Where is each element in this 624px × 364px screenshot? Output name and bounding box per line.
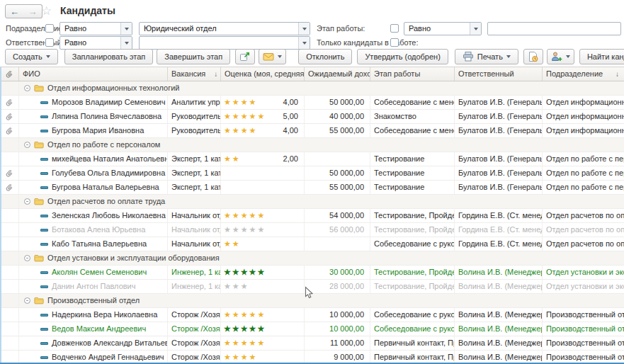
responsible-cell[interactable]: Волина И.В. (Менеджер по пе... [455,336,543,350]
vacancy-cell[interactable]: Сторож /Хозяйс... [168,336,221,350]
stage-cell[interactable]: Тестирование, Пройден, 2... [370,223,455,237]
department-cell[interactable]: Отдел установки и эксплуатац... [543,280,624,293]
rating-cell[interactable]: ★★★★★ [221,223,305,237]
candidate-name-cell[interactable]: Ботакова Алена Юрьевна [19,223,168,237]
column-header-rating[interactable]: Оценка (моя, средняя) [221,67,305,81]
collapse-icon[interactable] [24,85,30,91]
back-button[interactable]: ← [5,4,24,18]
responsible-cell[interactable]: Булатов И.В. (Генеральный д... [455,96,543,109]
attach-cell[interactable] [0,223,19,237]
table-row[interactable]: Бугрова Наталья ВалерьевнаЭксперт, 1 кат… [0,181,624,195]
rating-cell[interactable] [221,181,305,194]
candidate-name-cell[interactable]: Аколян Семен Семенович [19,266,168,279]
approve-button[interactable]: Утвердить (одобрен) [357,49,448,64]
department-cell[interactable]: Отдел информационных техно... [543,124,624,137]
decline-button[interactable]: Отклонить [298,49,352,64]
column-header-stage[interactable]: Этап работы [370,67,455,81]
attach-cell[interactable] [0,280,19,293]
income-cell[interactable]: 55 000,00 [305,124,370,137]
subdivision-filter-checkbox[interactable] [45,24,54,33]
vacancy-cell[interactable]: Начальник отде... [168,237,221,251]
vacancy-cell[interactable]: Руководитель у... [168,110,221,123]
vacancy-cell[interactable]: Эксперт, 1 катег... [168,152,221,166]
income-cell[interactable]: 56 000,00 [305,223,370,237]
table-row[interactable]: Морозов Владимир СеменовичАналитик управ… [0,96,624,110]
candidate-name-cell[interactable]: Ведов Максим Андреевич [19,322,168,336]
vacancy-cell[interactable]: Начальник отде... [168,223,221,237]
table-row[interactable]: Кабо Татьяна ВалерьевнаНачальник отде...… [0,237,624,251]
attach-cell[interactable] [0,322,19,336]
stage-cell[interactable]: Собеседование с менедж... [370,124,455,137]
column-header-fio[interactable]: ФИО [19,67,168,81]
finish-stage-button[interactable]: Завершить этап [157,49,230,64]
group-row[interactable]: Отдел расчетов по оплате труда [0,195,624,209]
group-row[interactable]: Отдел установки и эксплуатации оборудова… [0,251,624,266]
attach-cell[interactable] [0,266,19,279]
rating-cell[interactable]: ★★★★★ [221,322,305,336]
stage-cell[interactable]: Собеседование с руковод... [370,322,455,336]
group-name-cell[interactable]: Отдел расчетов по оплате труда [19,195,624,208]
stage-value-input[interactable] [487,22,621,35]
find-candidates-button[interactable]: Найти кандидатов [579,49,624,64]
income-cell[interactable]: 10 000,00 [305,308,370,322]
table-row[interactable]: Зеленская Любовь НиколаевнаНачальник отд… [0,209,624,223]
stage-cell[interactable]: Тестирование, Пройден, 2... [370,266,455,279]
column-header-vacancy[interactable]: Вакансия↓ [168,67,221,81]
responsible-cell[interactable]: Волина И.В. (Менеджер по пе... [455,266,543,279]
stage-cell[interactable]: Собеседование с менедж... [370,96,455,109]
rating-cell[interactable]: ★★★★4,00 [221,96,305,109]
candidate-name-cell[interactable]: Бугрова Мария Ивановна [19,124,168,137]
attach-cell[interactable] [0,237,19,251]
responsible-cell[interactable]: Волина И.В. (Менеджер по пе... [455,308,543,322]
attach-cell[interactable] [0,209,19,222]
department-cell[interactable]: Отдел расчетов по оплате труда [543,223,624,237]
rating-cell[interactable]: ★★★ [221,280,305,293]
attach-cell[interactable] [0,124,19,137]
department-cell[interactable]: Отдел по работе с персоналом [543,152,624,166]
add-candidates-button[interactable] [547,49,574,64]
forward-button[interactable]: → [23,4,42,18]
vacancy-cell[interactable]: Начальник отде... [168,209,221,222]
department-cell[interactable]: Отдел расчетов по оплате труда [543,209,624,222]
dropdown-arrow-icon[interactable] [470,23,481,35]
group-name-cell[interactable]: Отдел установки и эксплуатации оборудова… [19,251,624,265]
dropdown-arrow-icon[interactable] [298,37,310,49]
candidate-name-cell[interactable]: Данин Антон Павлович [19,280,168,293]
plan-stage-button[interactable]: Запланировать этап [64,49,154,64]
income-cell[interactable]: 11 000,00 [305,336,370,350]
candidate-name-cell[interactable]: Ляпина Полина Вячеславовна [19,110,168,123]
table-row[interactable]: Аколян Семен СеменовичИнженер, 1 кат...★… [0,266,624,280]
candidate-name-cell[interactable]: Морозов Владимир Семенович [19,96,168,109]
candidate-name-cell[interactable]: Зеленская Любовь Николаевна [19,209,168,222]
income-cell[interactable]: 55 000,00 [305,181,370,194]
responsible-cell[interactable]: Гордина Е.В. (Ст. менеджер п... [455,209,543,222]
column-header-responsible[interactable]: Ответственный [455,67,543,81]
income-cell[interactable]: 50 000,00 [305,96,370,109]
stage-cell[interactable]: Первичный контакт, Пройд... [370,336,455,350]
attach-cell[interactable] [0,336,19,350]
attach-cell[interactable] [0,110,19,123]
table-row[interactable]: Надеркина Вера НиколаевнаСторож /Хозяйс.… [0,308,624,322]
responsible-cell[interactable]: Булатов И.В. (Генеральный д... [455,166,543,180]
group-row[interactable]: Отдел информационных технологий [0,81,624,96]
candidate-name-cell[interactable]: михейцева Наталия Анатольевна [19,152,168,166]
stage-filter-checkbox[interactable] [390,24,399,33]
table-row[interactable]: Ляпина Полина ВячеславовнаРуководитель у… [0,110,624,124]
attach-cell[interactable] [0,152,19,166]
responsible-cell[interactable]: Булатов И.В. (Генеральный д... [455,110,543,123]
in-progress-checkbox[interactable] [390,38,399,47]
column-header-income[interactable]: Ожидаемый доход [305,67,370,81]
income-cell[interactable] [305,152,370,166]
income-cell[interactable]: 54 000,00 [305,209,370,222]
vacancy-cell[interactable]: Сторож /Хозяйс... [168,322,221,336]
responsible-cell[interactable]: Гордина Е.В. (Ст. менеджер п... [455,237,543,251]
print-button[interactable]: Печать [455,49,518,64]
department-cell[interactable]: Производственный отдел [543,322,624,336]
candidate-name-cell[interactable]: Надеркина Вера Николаевна [19,308,168,322]
table-row[interactable]: михейцева Наталия АнатольевнаЭксперт, 1 … [0,152,624,166]
collapse-icon[interactable] [24,297,30,304]
stage-cell[interactable]: Тестирование [370,166,455,180]
email-button[interactable] [259,49,286,64]
group-name-cell[interactable]: Производственный отдел [19,294,624,307]
department-cell[interactable]: Отдел по работе с персоналом [543,181,624,194]
